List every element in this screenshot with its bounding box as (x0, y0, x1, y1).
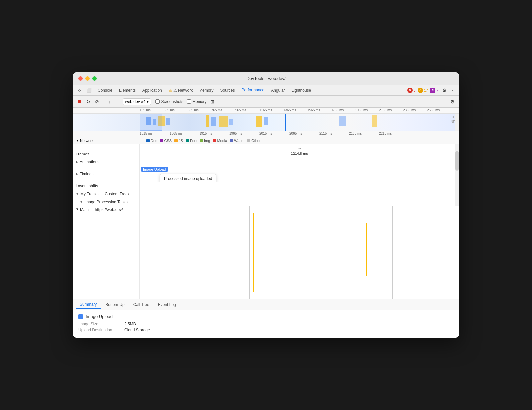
svg-rect-4 (206, 115, 209, 127)
main-thread-row: ▼ Main — https://web.dev/ (73, 206, 459, 299)
main-thread-content[interactable] (140, 206, 459, 299)
track-image-processing-label[interactable]: ▼ Image Processing Tasks (73, 198, 140, 206)
stk-1865: 1865 ms (170, 132, 182, 135)
more-options-icon[interactable]: ⋮ (448, 86, 456, 94)
svg-rect-11 (372, 115, 377, 127)
tick-365: 365 ms (164, 108, 175, 112)
main-thread-label: ▼ Main — https://web.dev/ (73, 206, 140, 299)
tick-1965: 1965 ms (355, 108, 368, 112)
svg-rect-9 (264, 117, 268, 125)
my-tracks-expand-icon: ▼ (76, 192, 79, 196)
track-animations: ▶ Animations (73, 158, 459, 166)
summary-value-destination: Cloud Storage (124, 328, 150, 332)
stk-2015: 2015 ms (259, 132, 272, 135)
summary-label-size: Image Size (78, 322, 122, 326)
tab-sources[interactable]: Sources (217, 87, 238, 94)
bottom-tab-eventlog[interactable]: Event Log (154, 301, 180, 308)
summary-label-destination: Upload Destination (78, 328, 122, 332)
capture-settings-icon[interactable]: ⊞ (208, 98, 216, 106)
reload-record-button[interactable]: ↻ (84, 98, 92, 106)
settings-icon[interactable]: ⚙ (440, 86, 448, 94)
memory-checkbox[interactable] (187, 99, 191, 104)
perf-settings-icon[interactable]: ⚙ (448, 98, 456, 106)
tracks-area: ... Frames 1214.8 ms ▶ Animations ▶ Timi… (73, 144, 459, 299)
timings-expand-icon: ▶ (76, 172, 78, 176)
image-upload-chip[interactable]: Image Upload (141, 167, 168, 172)
ref-line-1 (249, 206, 250, 299)
track-my-tracks-content[interactable] (140, 190, 459, 198)
track-my-tracks-label[interactable]: ▼ My Tracks — Custom Track (73, 190, 140, 198)
track-layout-shifts-label: Layout shifts (73, 182, 140, 190)
timeline-ruler-top: 165 ms 365 ms 565 ms 765 ms 965 ms 1165 … (73, 108, 459, 114)
summary-row-size: Image Size 2.5MB (78, 322, 454, 326)
track-animations-content[interactable] (140, 158, 459, 166)
stk-1815: 1815 ms (140, 132, 152, 135)
tick-1765: 1765 ms (331, 108, 344, 112)
track-timings-label[interactable]: ▶ Timings (73, 166, 140, 182)
stk-2215: 2215 ms (379, 132, 392, 135)
network-expand-arrow[interactable]: ▼ (76, 139, 79, 142)
summary-row-destination: Upload Destination Cloud Storage (78, 328, 454, 332)
bottom-tab-calltree[interactable]: Call Tree (129, 301, 153, 308)
record-button[interactable]: ⏺ (76, 98, 84, 106)
tick-1565: 1565 ms (307, 108, 320, 112)
tab-console[interactable]: Console (94, 87, 116, 94)
track-frames: Frames 1214.8 ms (73, 150, 459, 158)
tab-angular[interactable]: Angular (268, 87, 288, 94)
upload-button[interactable]: ↑ (105, 98, 113, 106)
session-selector[interactable]: web.dev #4 ▾ (123, 98, 151, 105)
image-processing-expand-icon: ▼ (80, 200, 83, 204)
maximize-button[interactable] (92, 76, 97, 81)
track-layout-shifts-content[interactable] (140, 182, 459, 190)
tick-165: 165 ms (140, 108, 151, 112)
animations-expand-icon: ▶ (76, 160, 78, 164)
clear-button[interactable]: ⊘ (93, 98, 101, 106)
bottom-panel: Summary Bottom-Up Call Tree Event Log Im… (73, 299, 459, 338)
tab-elements[interactable]: Elements (116, 87, 139, 94)
screenshots-checkbox[interactable] (155, 99, 160, 104)
track-animations-label[interactable]: ▶ Animations (73, 158, 140, 166)
yellow-marker-2 (366, 223, 367, 276)
track-image-processing-content[interactable] (140, 198, 459, 206)
info-badge: ⚑ 7 (430, 88, 438, 93)
bottom-tab-summary[interactable]: Summary (76, 301, 101, 309)
tab-performance[interactable]: Performance (238, 86, 268, 94)
bottom-tab-bar: Summary Bottom-Up Call Tree Event Log (73, 299, 459, 310)
svg-rect-5 (211, 117, 216, 126)
track-frames-label: Frames (73, 150, 140, 158)
tab-memory[interactable]: Memory (196, 87, 217, 94)
screenshots-toggle[interactable]: Screenshots (155, 99, 183, 104)
bottom-tab-bottomup[interactable]: Bottom-Up (101, 301, 128, 308)
stk-1915: 1915 ms (200, 132, 212, 135)
track-frames-content[interactable]: 1214.8 ms (140, 150, 459, 158)
track-timings-content[interactable]: Image Upload Processed image uploaded (140, 166, 459, 182)
flame-chart-minimap[interactable]: CPU NET (73, 114, 459, 131)
tab-network[interactable]: ⚠ ⚠ Network (165, 87, 196, 94)
tab-lighthouse[interactable]: Lighthouse (288, 87, 315, 94)
tick-2365: 2365 ms (403, 108, 416, 112)
devtools-tab-bar: ⊹ ⬜ Console Elements Application ⚠ ⚠ Net… (73, 85, 459, 96)
device-toggle-icon[interactable]: ⬜ (85, 86, 93, 94)
stk-1965: 1965 ms (229, 132, 242, 135)
network-legend: ▼ Network Doc CSS JS Font Img (73, 137, 459, 144)
legend-js: JS (174, 139, 183, 143)
stk-2065: 2065 ms (289, 132, 302, 135)
legend-media: Media (213, 139, 227, 143)
minimize-button[interactable] (85, 76, 90, 81)
download-button[interactable]: ↓ (114, 98, 122, 106)
secondary-ruler: 1815 ms 1865 ms 1915 ms 1965 ms 2015 ms … (73, 131, 459, 137)
tick-2565: 2565 ms (427, 108, 440, 112)
network-label: Network (80, 139, 93, 143)
chevron-down-icon: ▾ (147, 99, 149, 104)
summary-title: Image Upload (78, 314, 454, 319)
track-my-tracks: ▼ My Tracks — Custom Track (73, 190, 459, 198)
close-button[interactable] (78, 76, 83, 81)
error-badge: ✕ 5 (407, 88, 416, 93)
inspect-element-icon[interactable]: ⊹ (76, 86, 84, 94)
window-title: DevTools - web.dev/ (246, 76, 285, 81)
memory-toggle[interactable]: Memory (187, 99, 206, 104)
separator-2 (153, 98, 153, 105)
tick-1165: 1165 ms (259, 108, 272, 112)
svg-rect-10 (339, 116, 346, 126)
tab-application[interactable]: Application (139, 87, 165, 94)
